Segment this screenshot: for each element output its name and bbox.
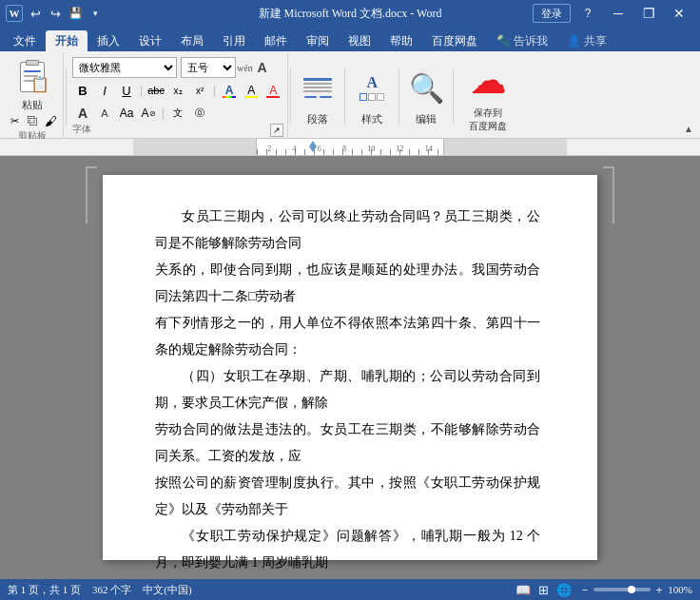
window-title: 新建 Microsoft Word 文档.docx - Word (259, 6, 442, 22)
zoom-slider[interactable] (593, 588, 651, 591)
redo-button[interactable]: ↪ (47, 5, 64, 22)
qa-dropdown-button[interactable]: ▾ (87, 5, 104, 22)
tab-design[interactable]: 设计 (129, 30, 171, 51)
highlight-button[interactable]: A (241, 80, 262, 101)
tab-tellme[interactable]: 🔦 告诉我 (487, 30, 557, 51)
document-area: 女员工三期内，公司可以终止劳动合同吗？员工三期类，公司是不能够解除劳动合同 关系… (0, 156, 700, 579)
document-content[interactable]: 女员工三期内，公司可以终止劳动合同吗？员工三期类，公司是不能够解除劳动合同 关系… (155, 203, 540, 579)
sep1 (66, 68, 67, 125)
clipboard-content: 📋 粘贴 ✂ ⿻ 🖌 (6, 55, 59, 129)
ruler-inner: 2468101214 (257, 139, 443, 155)
undo-button[interactable]: ↩ (27, 5, 44, 22)
paste-icon: 📋 (15, 58, 49, 96)
text-effect-button[interactable]: A (219, 80, 240, 101)
decrease-font-button[interactable]: A (94, 104, 115, 123)
close-button[interactable]: ✕ (664, 0, 694, 27)
restore-button[interactable]: ❐ (633, 0, 664, 27)
tab-help[interactable]: 帮助 (380, 30, 422, 51)
view-read-button[interactable]: 📖 (515, 583, 531, 597)
tab-layout[interactable]: 布局 (171, 30, 213, 51)
strikethrough-button[interactable]: abc (146, 81, 166, 100)
paragraph-button[interactable]: 段落 (293, 53, 342, 138)
zoom-level: 100% (668, 584, 692, 595)
copy-button[interactable]: ⿻ (24, 112, 41, 129)
view-layout-button[interactable]: ⊞ (538, 583, 549, 597)
minimize-button[interactable]: ─ (603, 0, 633, 27)
sep-icon3: │ (160, 108, 166, 119)
zoom-out-button[interactable]: － (579, 582, 591, 598)
sep3 (344, 68, 345, 125)
baidu-save-icon: ☁ (467, 59, 509, 105)
tab-view[interactable]: 视图 (339, 30, 380, 51)
clear-format-button[interactable]: A⊘ (138, 104, 159, 123)
tab-insert[interactable]: 插入 (88, 30, 129, 51)
zoom-in-button[interactable]: ＋ (653, 582, 665, 598)
status-bar: 第 1 页，共 1 页 362 个字 中文(中国) 📖 ⊞ 🌐 － ＋ 100% (0, 579, 700, 600)
ribbon-tabs: 文件 开始 插入 设计 布局 引用 邮件 审阅 视图 帮助 百度网盘 🔦 告诉我… (0, 27, 700, 51)
underline-button[interactable]: U (116, 81, 137, 100)
page-bracket-left-top (86, 166, 97, 223)
font-name-select[interactable]: 微软雅黑 (72, 57, 177, 78)
tab-review[interactable]: 审阅 (297, 30, 339, 51)
editing-label: 编辑 (416, 112, 437, 126)
tab-share[interactable]: 👤 共享 (557, 30, 616, 51)
doc-para-7: 《女职工劳动保护规定》问题解答》，哺乳期一般为 12 个月，即到婴儿满 1 周岁… (155, 523, 540, 576)
font-size-big-btn[interactable]: A (254, 58, 271, 77)
tab-baidu[interactable]: 百度网盘 (422, 30, 487, 51)
doc-para-6: 按照公司的薪资管理制度执行。其中，按照《女职工劳动保护规定》以及《劳动部关于 (155, 470, 540, 523)
help-icon-btn[interactable]: ? (573, 0, 603, 27)
styles-button[interactable]: A 样式 (347, 53, 397, 138)
change-case-button[interactable]: Aa (116, 104, 137, 123)
font-dialog-button[interactable]: ↗ (270, 124, 283, 137)
increase-font-button[interactable]: A (72, 104, 93, 123)
font-color-button[interactable]: A (262, 80, 283, 101)
ribbon-collapse-button[interactable]: ▲ (681, 121, 696, 136)
paragraph-label: 段落 (307, 112, 328, 126)
font-label: 字体 (72, 123, 91, 138)
ruler-left-margin (133, 139, 257, 155)
language: 中文(中国) (143, 583, 191, 597)
doc-para-8: 即结束。《劳动法》第四十二条规定：女职工在哺乳期，用人单位不得依照该法第四十 (155, 576, 540, 579)
doc-para-3: 有下列情形之一的，用人单位不得依照本法第四十条、第四十一条的规定解除劳动合同： (155, 310, 540, 363)
italic-button[interactable]: I (94, 81, 115, 100)
ruler: 2468101214 (0, 139, 700, 156)
save-quick-button[interactable]: 💾 (67, 5, 84, 22)
subscript-button[interactable]: x₂ (167, 81, 188, 100)
format-painter-button[interactable]: 🖌 (42, 112, 59, 129)
styles-icon: A (353, 65, 391, 110)
save-baidu-button[interactable]: ☁ 保存到百度网盘 (456, 53, 520, 138)
zoom-thumb (628, 586, 635, 593)
page-info: 第 1 页，共 1 页 (8, 583, 81, 597)
bold-button[interactable]: B (72, 81, 93, 100)
ribbon: 📋 粘贴 ✂ ⿻ 🖌 剪贴板 微软雅黑 (0, 51, 700, 139)
paste-button[interactable]: 📋 粘贴 (8, 57, 57, 112)
tab-home[interactable]: 开始 (46, 30, 88, 51)
superscript-button[interactable]: x² (189, 81, 210, 100)
sep5 (453, 68, 454, 125)
sep4 (399, 68, 399, 125)
view-web-button[interactable]: 🌐 (556, 583, 572, 597)
title-bar-right: 登录 ? ─ ❐ ✕ (533, 0, 694, 27)
tab-mailings[interactable]: 邮件 (255, 30, 297, 51)
wen-icon: wén (237, 63, 253, 73)
tab-file[interactable]: 文件 (4, 30, 46, 51)
doc-para-5: 劳动合同的做法是违法的。女员工在三期类，不能够解除劳动合同关系。工资的发放，应 (155, 416, 540, 470)
doc-para-4: （四）女职工在孕期、产期、哺乳期的；公司以劳动合同到期，要求员工休完产假，解除 (155, 363, 540, 416)
paste-label: 粘贴 (22, 98, 43, 112)
status-left: 第 1 页，共 1 页 362 个字 中文(中国) (8, 583, 192, 597)
login-button[interactable]: 登录 (533, 4, 571, 23)
phonetic-button[interactable]: 文 (167, 104, 188, 123)
font-row2: B I U │ abc x₂ x² │ A A A (72, 80, 283, 101)
baidu-cloud-icon: ☁ (467, 61, 509, 103)
page-bracket-right-top (603, 166, 614, 223)
cut-button[interactable]: ✂ (6, 112, 23, 129)
status-right: 📖 ⊞ 🌐 － ＋ 100% (515, 582, 692, 598)
tab-references[interactable]: 引用 (213, 30, 255, 51)
doc-para-1: 女员工三期内，公司可以终止劳动合同吗？员工三期类，公司是不能够解除劳动合同 (155, 203, 540, 257)
font-size-select[interactable]: 五号 (181, 57, 236, 78)
save-baidu-label: 保存到百度网盘 (469, 106, 507, 133)
clipboard-group: 📋 粘贴 ✂ ⿻ 🖌 剪贴板 (2, 53, 64, 138)
enclosed-char-button[interactable]: ⓪ (189, 104, 210, 123)
editing-button[interactable]: 🔍 编辑 (401, 53, 451, 138)
sep-icon2: │ (211, 86, 218, 96)
